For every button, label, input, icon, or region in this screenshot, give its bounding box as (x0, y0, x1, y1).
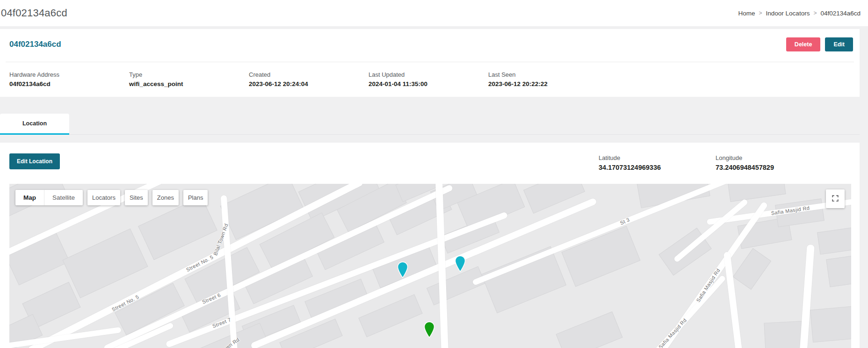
fullscreen-icon (831, 194, 839, 204)
field-last-seen: Last Seen 2023-06-12 20:22:22 (488, 71, 608, 87)
locator-marker[interactable] (397, 261, 408, 278)
zones-layer-button[interactable]: Zones (152, 190, 179, 205)
map-type-satellite-button[interactable]: Satellite (44, 190, 83, 205)
map-building (733, 248, 771, 290)
map-type-map-button[interactable]: Map (15, 190, 44, 205)
map-type-control: Map Satellite (15, 190, 83, 205)
fullscreen-button[interactable] (826, 189, 845, 208)
edit-location-button[interactable]: Edit Location (9, 153, 60, 169)
tab-bar: Location (0, 114, 860, 135)
latitude-field: Latitude 34.17073124969336 (599, 153, 716, 171)
map-building (138, 196, 217, 260)
street-label: Safia Masjid Rd (658, 317, 687, 348)
device-marker[interactable] (424, 321, 435, 338)
map-building (481, 246, 566, 313)
device-fields-row: Hardware Address 04f02134a6cd Type wifi_… (0, 62, 860, 97)
longitude-field: Longitude 73.2406948457829 (716, 153, 851, 171)
map-road (673, 198, 749, 263)
breadcrumb-indoor-locators[interactable]: Indoor Locators (766, 10, 810, 17)
map-building (561, 226, 640, 287)
map-building (817, 227, 851, 255)
map-building (810, 306, 851, 342)
locators-layer-button[interactable]: Locators (87, 190, 120, 205)
edit-button[interactable]: Edit (825, 37, 853, 51)
page-title: 04f02134a6cd (1, 7, 67, 19)
device-summary-card: 04f02134a6cd Delete Edit Hardware Addres… (0, 29, 860, 97)
plans-layer-button[interactable]: Plans (183, 190, 208, 205)
sites-layer-button[interactable]: Sites (125, 190, 148, 205)
location-panel: Edit Location Latitude 34.17073124969336… (0, 143, 860, 348)
field-last-updated: Last Updated 2024-01-04 11:35:00 (369, 71, 488, 87)
breadcrumb-current: 04f02134a6cd (820, 10, 861, 17)
top-header-bar: 04f02134a6cd Home > Indoor Locators > 04… (0, 0, 868, 26)
breadcrumb-separator: > (813, 10, 817, 16)
tab-location[interactable]: Location (0, 114, 69, 135)
device-name-link[interactable]: 04f02134a6cd (9, 40, 61, 49)
locator-marker[interactable] (455, 255, 466, 272)
breadcrumb-home[interactable]: Home (738, 10, 755, 17)
breadcrumb-separator: > (759, 10, 762, 16)
map-building (556, 312, 622, 348)
field-created: Created 2023-06-12 20:24:04 (249, 71, 369, 87)
map-building (62, 228, 148, 298)
breadcrumb: Home > Indoor Locators > 04f02134a6cd (738, 10, 861, 17)
map-building (727, 184, 786, 202)
map-building (826, 254, 851, 287)
longitude-value: 73.2406948457829 (716, 164, 851, 171)
delete-button[interactable]: Delete (786, 37, 821, 51)
latitude-value: 34.17073124969336 (599, 164, 716, 171)
field-hardware-address: Hardware Address 04f02134a6cd (9, 71, 129, 87)
field-type: Type wifi_access_point (129, 71, 249, 87)
map-canvas[interactable]: Map Satellite Locators Sites Zones Plans… (9, 184, 851, 348)
